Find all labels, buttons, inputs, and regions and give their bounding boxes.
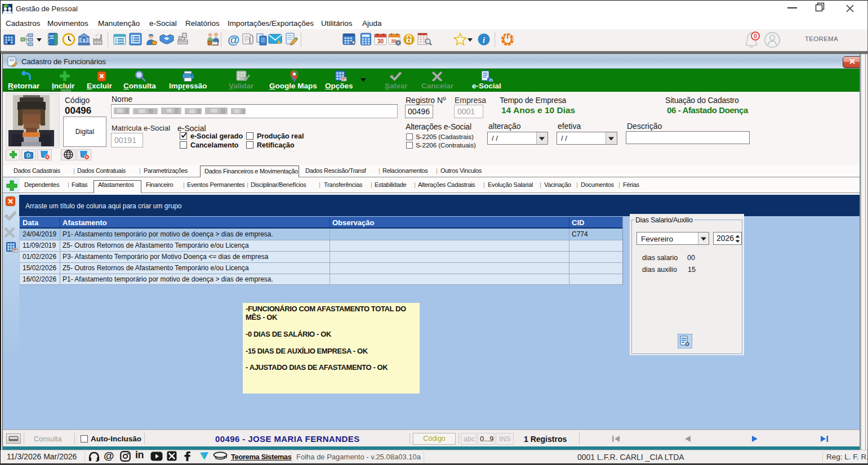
svg-text:30: 30 bbox=[377, 38, 384, 44]
svg-text:$: $ bbox=[82, 38, 85, 43]
svg-text:0: 0 bbox=[754, 33, 757, 39]
svg-text:i: i bbox=[483, 36, 485, 44]
